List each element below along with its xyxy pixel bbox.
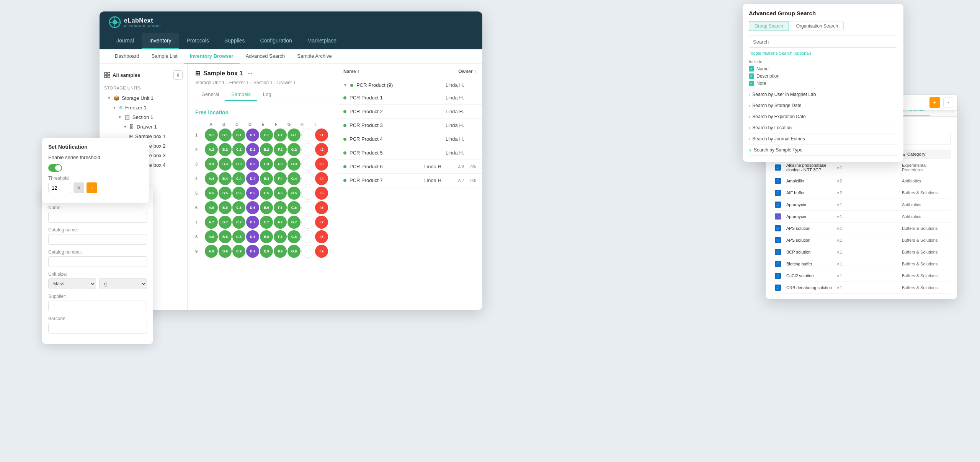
cell-D8[interactable]: D.8 [246, 230, 259, 243]
more-options-btn[interactable]: ··· [246, 70, 254, 77]
cell-C9[interactable]: C.9 [232, 245, 245, 258]
catalog-name-input[interactable] [48, 234, 147, 245]
expand-location[interactable]: › Search by Location [749, 122, 897, 133]
sample-row-6[interactable]: PCR Product 6 Linda H. A.6 03/ [337, 160, 482, 174]
note-checkbox[interactable] [749, 81, 754, 86]
cell-G9[interactable]: G.9 [287, 245, 301, 258]
multiline-toggle[interactable]: Toggle Multiline Search (optional) [749, 51, 897, 55]
cell-F9[interactable]: F.9 [274, 245, 287, 258]
cell-F1[interactable]: F.1 [274, 129, 287, 142]
tree-section-1[interactable]: ▼ 📋 Section 1 [100, 112, 187, 122]
cell-B7[interactable]: B.7 [219, 216, 232, 229]
expand-user[interactable]: › Search by User in Margriet Lab [749, 89, 897, 100]
supplier-input[interactable] [48, 301, 147, 311]
description-checkbox[interactable] [749, 73, 754, 79]
proto-row-5[interactable]: 👥 Apramycin v.1 Antibiotics [772, 211, 951, 223]
collapse-sidebar-btn[interactable]: ⟨| [173, 70, 183, 80]
proto-row-3[interactable]: 🌐 AIF buffer v.2 Buffers & Solutions [772, 187, 951, 199]
nav-inventory[interactable]: Inventory [142, 33, 179, 49]
cell-C7[interactable]: C.7 [232, 216, 245, 229]
expand-journal[interactable]: › Search by Journal Entries [749, 133, 897, 145]
cell-G8[interactable]: G.8 [287, 230, 301, 243]
cell-E5[interactable]: E.5 [260, 187, 273, 200]
cell-G7[interactable]: G.7 [287, 216, 301, 229]
subnav-sample-archive[interactable]: Sample Archive [291, 49, 338, 63]
nav-configuration[interactable]: Configuration [253, 33, 300, 49]
cell-B6[interactable]: B.6 [219, 201, 232, 214]
proto-row-8[interactable]: 🌐 BCP solution v.1 Buffers & Solutions [772, 246, 951, 258]
threshold-cancel-btn[interactable]: ✕ [74, 182, 84, 193]
cell-D1[interactable]: D.1 [246, 129, 259, 142]
cell-H1[interactable]: H.1 [301, 129, 314, 142]
cell-E8[interactable]: E.8 [260, 230, 273, 243]
cell-I3[interactable]: I.3 [315, 158, 328, 171]
cell-B5[interactable]: B.5 [219, 187, 232, 200]
nav-supplies[interactable]: Supplies [217, 33, 253, 49]
subnav-advanced-search[interactable]: Advanced Search [240, 49, 291, 63]
cell-D2[interactable]: D.2 [246, 143, 259, 156]
cell-D4[interactable]: D.4 [246, 172, 259, 185]
proto-row-1[interactable]: 🌐 Alkaline phosphatase cloning - NRT 3CP… [772, 160, 951, 175]
cell-I7[interactable]: I.7 [315, 216, 328, 229]
nav-journal[interactable]: Journal [109, 33, 142, 49]
cell-C8[interactable]: C.8 [232, 230, 245, 243]
name-checkbox[interactable] [749, 66, 754, 72]
search-panel-close-btn[interactable]: › [943, 98, 953, 107]
sample-row-2[interactable]: PCR Product 2 Linda H. [337, 105, 482, 119]
sample-row-3[interactable]: PCR Product 3 Linda H. [337, 119, 482, 132]
cell-F4[interactable]: F.4 [274, 172, 287, 185]
cell-I8[interactable]: I.8 [315, 230, 328, 243]
cell-B1[interactable]: B.1 [219, 129, 232, 142]
cell-A4[interactable]: A.4 [205, 172, 218, 185]
cell-B2[interactable]: B.2 [219, 143, 232, 156]
subnav-inventory-browser[interactable]: Inventory Browser [184, 49, 240, 63]
adv-tab-group[interactable]: Group Search [749, 21, 789, 31]
nav-marketplace[interactable]: Marketplace [300, 33, 344, 49]
cell-A8[interactable]: A.8 [205, 230, 218, 243]
cell-A3[interactable]: A.3 [205, 158, 218, 171]
cell-G4[interactable]: G.4 [287, 172, 301, 185]
cell-E7[interactable]: E.7 [260, 216, 273, 229]
cell-A1[interactable]: A.1 [205, 129, 218, 142]
cell-F7[interactable]: F.7 [274, 216, 287, 229]
cell-C2[interactable]: C.2 [232, 143, 245, 156]
cell-H4[interactable]: H.4 [301, 172, 314, 185]
cell-A5[interactable]: A.5 [205, 187, 218, 200]
tab-general[interactable]: General [195, 88, 225, 101]
cell-D6[interactable]: D.6 [246, 201, 259, 214]
proto-row-2[interactable]: 🌐 Ampicillin v.2 Antibiotics [772, 175, 951, 187]
cell-G3[interactable]: G.3 [287, 158, 301, 171]
series-threshold-toggle[interactable] [48, 164, 62, 172]
expand-expiration-date[interactable]: › Search by Expiration Date [749, 111, 897, 122]
cell-I2[interactable]: I.2 [315, 143, 328, 156]
cell-H5[interactable]: H.5 [301, 187, 314, 200]
expand-sample-type[interactable]: ∨ Search by Sample Type [749, 145, 897, 156]
proto-row-10[interactable]: 🌐 CaCl2 solution v.1 Buffers & Solutions [772, 270, 951, 282]
cell-A6[interactable]: A.6 [205, 201, 218, 214]
cell-H6[interactable]: H.6 [301, 201, 314, 214]
cell-H2[interactable]: H.2 [301, 143, 314, 156]
cell-E6[interactable]: E.6 [260, 201, 273, 214]
cell-D7[interactable]: D.7 [246, 216, 259, 229]
search-add-btn[interactable]: + [929, 97, 940, 108]
cell-E1[interactable]: E.1 [260, 129, 273, 142]
catalog-number-input[interactable] [48, 256, 147, 267]
cell-G1[interactable]: G.1 [287, 129, 301, 142]
cell-I4[interactable]: I.4 [315, 172, 328, 185]
sample-row-5[interactable]: PCR Product 5 Linda H. [337, 146, 482, 160]
cell-H7[interactable]: H.7 [301, 216, 314, 229]
barcode-input[interactable] [48, 323, 147, 333]
nav-protocols[interactable]: Protocols [179, 33, 217, 49]
cell-B4[interactable]: B.4 [219, 172, 232, 185]
cell-E4[interactable]: E.4 [260, 172, 273, 185]
cell-A2[interactable]: A.2 [205, 143, 218, 156]
cell-D5[interactable]: D.5 [246, 187, 259, 200]
cell-G6[interactable]: G.6 [287, 201, 301, 214]
cell-E9[interactable]: E.9 [260, 245, 273, 258]
tree-storage-unit-1[interactable]: ▼ 📦 Storage Unit 1 [100, 93, 187, 103]
cell-A9[interactable]: A.9 [205, 245, 218, 258]
unit-size-select-2[interactable]: g mg kg [99, 278, 147, 289]
cell-F8[interactable]: F.8 [274, 230, 287, 243]
threshold-confirm-btn[interactable]: ✓ [87, 182, 97, 193]
cell-F2[interactable]: F.2 [274, 143, 287, 156]
